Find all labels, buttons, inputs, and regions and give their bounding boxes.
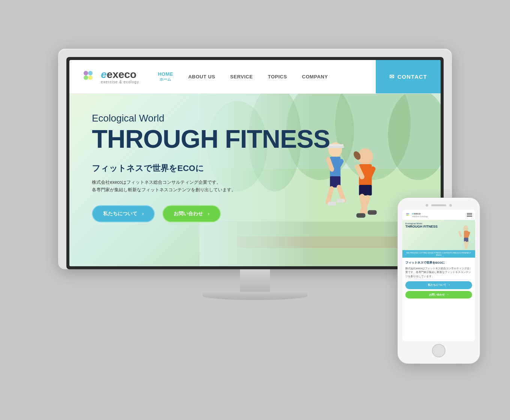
phone-main-section: フィットネスで世界をECOに 株式会社execoはフィットネス総合コンサルティン… xyxy=(402,258,475,303)
nav-home[interactable]: HOME ホーム xyxy=(158,71,173,82)
logo-area: eexeco exercise & ecology xyxy=(69,60,150,93)
scene: eexeco exercise & ecology HOME ホーム xyxy=(30,41,480,379)
svg-rect-32 xyxy=(356,213,365,218)
monitor-stand-neck xyxy=(240,269,270,292)
svg-point-37 xyxy=(406,214,408,216)
hero-title: THROUGH FITNESS xyxy=(92,126,330,152)
phone-logo-sub: exercise & ecology xyxy=(412,215,428,218)
phone-top-bar xyxy=(402,202,475,210)
svg-rect-23 xyxy=(336,199,345,202)
svg-point-35 xyxy=(406,213,408,214)
svg-rect-42 xyxy=(458,231,462,237)
svg-point-38 xyxy=(408,214,409,216)
hero-about-button[interactable]: 私たちについて › xyxy=(92,205,155,222)
hero-section: Ecological World THROUGH FITNESS フィットネスで… xyxy=(69,94,441,266)
logo-text: eexeco exercise & ecology xyxy=(101,69,139,84)
svg-rect-15 xyxy=(327,146,344,148)
phone-hamburger-button[interactable] xyxy=(467,213,472,217)
svg-point-2 xyxy=(84,75,88,80)
phone-logo-icon xyxy=(405,212,411,218)
phone-hero-content: Ecological World THROUGH FITNESS xyxy=(405,222,438,228)
nav-service[interactable]: SERVICE xyxy=(230,74,253,80)
svg-point-0 xyxy=(84,71,88,75)
nav-company[interactable]: COMPANY xyxy=(302,74,328,80)
phone-screen: execo exercise & ecology Ecological xyxy=(402,210,475,341)
monitor-screen: eexeco exercise & ecology HOME ホーム xyxy=(69,60,441,266)
hero-description: 株式会社execoはフィットネス総合コンサルティング企業です。 各専門家が集結し… xyxy=(92,178,330,194)
svg-point-36 xyxy=(408,213,409,214)
phone-nav: execo exercise & ecology xyxy=(402,210,475,220)
monitor-outer: eexeco exercise & ecology HOME ホーム xyxy=(58,49,452,269)
navigation: eexeco exercise & ecology HOME ホーム xyxy=(69,60,441,94)
monitor: eexeco exercise & ecology HOME ホーム xyxy=(58,49,452,300)
phone-about-button[interactable]: 私たちについて › xyxy=(405,281,472,289)
svg-point-3 xyxy=(88,75,93,80)
logo-name: eexeco xyxy=(101,69,139,80)
phone-logo: execo exercise & ecology xyxy=(405,212,428,218)
phone-logo-name: execo xyxy=(412,212,428,215)
hero-buttons: 私たちについて › お問い合わせ › xyxy=(92,205,330,222)
hero-subtitle: Ecological World xyxy=(92,112,330,124)
nav-about[interactable]: ABOUT US xyxy=(188,74,215,80)
website: eexeco exercise & ecology HOME ホーム xyxy=(69,60,441,266)
phone-body: execo exercise & ecology Ecological xyxy=(398,198,480,364)
phone-runner-icon xyxy=(455,224,474,250)
hero-tagline: フィットネスで世界をECOに xyxy=(92,163,330,174)
phone: execo exercise & ecology Ecological xyxy=(398,198,480,364)
phone-speaker xyxy=(431,204,446,206)
hero-contact-button[interactable]: お問い合わせ › xyxy=(162,205,220,222)
phone-hero: Ecological World THROUGH FITNESS xyxy=(402,220,475,250)
hero-content: Ecological World THROUGH FITNESS フィットネスで… xyxy=(92,112,330,222)
svg-point-1 xyxy=(88,71,93,75)
phone-camera-2 xyxy=(449,204,452,207)
nav-topics[interactable]: TOPICS xyxy=(268,74,287,80)
svg-rect-29 xyxy=(359,185,372,195)
nav-contact-button[interactable]: ✉ CONTACT xyxy=(376,60,441,93)
phone-home-button[interactable] xyxy=(432,344,446,357)
logo-subtitle: exercise & ecology xyxy=(101,80,139,84)
svg-point-39 xyxy=(464,225,468,231)
monitor-stand-base xyxy=(202,292,308,300)
phone-banner: WE PROVIDE CUTTING EDGE FITNESS CONTENTS… xyxy=(402,250,475,258)
mail-icon: ✉ xyxy=(389,73,394,80)
phone-contact-button[interactable]: お問い合わせ › xyxy=(405,291,472,299)
nav-links: HOME ホーム ABOUT US SERVICE xyxy=(150,60,376,93)
phone-camera xyxy=(426,204,428,207)
svg-rect-33 xyxy=(368,210,376,214)
monitor-bezel: eexeco exercise & ecology HOME ホーム xyxy=(66,57,444,269)
logo-icon xyxy=(81,69,97,85)
